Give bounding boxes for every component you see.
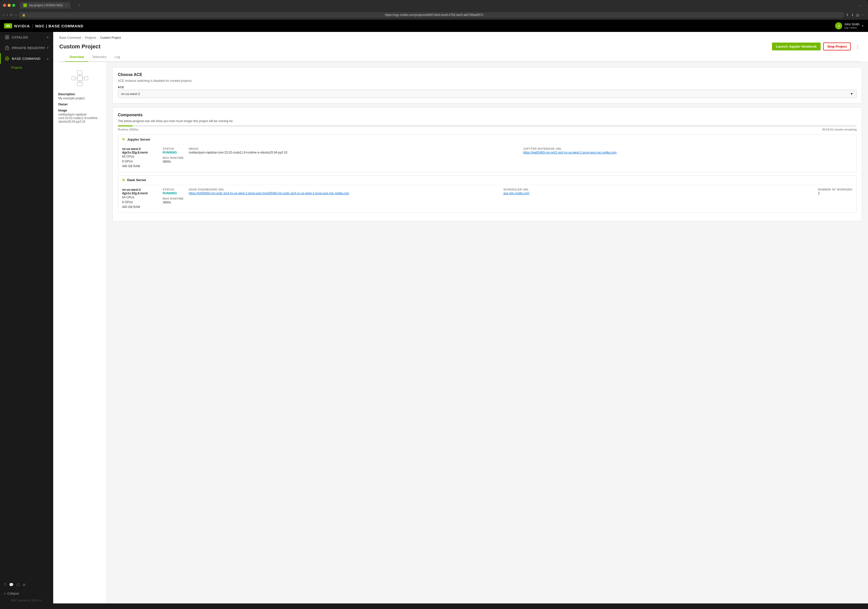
tabs-row: Overview Telemetry Log [59, 53, 862, 62]
catalog-label: CATALOG [12, 36, 28, 39]
svg-rect-3 [7, 36, 9, 37]
tab-favicon [23, 3, 27, 7]
traffic-light-yellow[interactable] [8, 4, 11, 7]
base-command-label: BASE COMMAND [12, 57, 40, 60]
description-value: My example project [58, 96, 101, 100]
jupyter-instance: dgx1v.32g.8.norm [122, 151, 158, 154]
help-icon[interactable]: ? [4, 583, 6, 587]
components-description: The below progress bar will show you how… [118, 119, 857, 123]
catalog-chevron: ▼ [46, 36, 49, 39]
collapse-chevrons: « [4, 592, 6, 595]
dask-status-col: Status RUNNING Max Runtime 3600s [158, 188, 184, 210]
breadcrumb-current: Custom Project [100, 36, 121, 40]
jupyter-ram: 400 GB RAM [122, 164, 158, 169]
registry-icon [5, 46, 9, 50]
choose-ace-section: Choose ACE ACE instance switching is dis… [113, 67, 862, 103]
components-section: Components The below progress bar will s… [113, 107, 862, 221]
tab-telemetry[interactable]: Telemetry [88, 53, 110, 62]
collapse-label: Collapse [7, 592, 19, 595]
tab-title: my-project | NVIDIA NGC [29, 3, 63, 7]
image-value: nvidian/pym-rapidsai-core:23.02-cuda11.8… [58, 113, 101, 123]
svg-rect-22 [84, 76, 88, 80]
svg-rect-15 [77, 76, 82, 81]
jupyter-image-label: Image [189, 147, 518, 150]
breadcrumb-base-command[interactable]: Base Command [59, 36, 81, 40]
progress-bar-fill [118, 126, 132, 126]
svg-rect-20 [72, 76, 75, 80]
jupyter-server-card: ↻ Jupyter Server nv-us-west-2 dgx1v.32g.… [118, 135, 857, 172]
sidebar-toggle-icon[interactable]: ▤ [856, 13, 859, 17]
sidebar-item-catalog[interactable]: CATALOG ▼ [0, 32, 53, 43]
dask-instance: dgx1v.32g.8.norm [122, 192, 158, 195]
breadcrumb: Base Command › Projects › Custom Project [59, 36, 862, 40]
settings-icon[interactable]: ⊘ [23, 583, 26, 587]
dask-scheduler-url[interactable]: ace.ngc.nvidia.com [504, 192, 813, 195]
more-options-button[interactable]: ⋮ [853, 43, 862, 50]
dask-server-title: Dask Server [127, 178, 146, 182]
base-command-chevron: ▲ [46, 57, 49, 60]
user-org: org / team [844, 26, 859, 29]
navbar-product-title: NGC | BASE COMMAND [36, 24, 84, 28]
dask-specs: nv-us-west-2 dgx1v.32g.8.norm 64 CPUs 8 … [122, 188, 158, 210]
jupyter-gpus: 8 GPUs [122, 159, 158, 164]
jupyter-location: nv-us-west-2 [122, 147, 158, 151]
nav-reload-button[interactable]: ↻ [10, 13, 13, 17]
tab-log[interactable]: Log [110, 53, 124, 62]
traffic-light-red[interactable] [3, 4, 6, 7]
content-header: Base Command › Projects › Custom Project… [53, 32, 868, 62]
navbar-divider: | [32, 23, 33, 29]
svg-rect-4 [5, 37, 7, 39]
svg-rect-18 [77, 82, 82, 86]
jupyter-image-col: Image nvidian/pym-rapidsai-core:23.02-cu… [184, 147, 518, 169]
nvidia-logo: NVIDIA [4, 23, 30, 28]
nav-home-button[interactable]: ⌂ [15, 13, 17, 17]
svg-rect-2 [5, 36, 7, 37]
user-menu[interactable]: J John Smith org / team ▼ [835, 22, 864, 29]
tab-overview[interactable]: Overview [65, 53, 88, 62]
dask-maxruntime-value: 3600s [163, 201, 184, 204]
address-bar[interactable]: 🔒 https://ngc.nvidia.com/projects/8d97c8… [19, 12, 844, 18]
content-panels: Description My example project Owner Ima… [53, 62, 868, 603]
owner-label: Owner [58, 102, 101, 106]
dask-server-icon: ↻ [122, 178, 125, 182]
ace-select[interactable]: nv-us-west-2 ▼ [118, 90, 857, 98]
chat-icon[interactable]: 💬 [9, 583, 14, 587]
tab-close-button[interactable]: × [65, 4, 67, 7]
sidebar-collapse-button[interactable]: « Collapse [0, 590, 53, 597]
nav-forward-button[interactable]: › [6, 13, 8, 17]
choose-ace-title: Choose ACE [118, 73, 857, 77]
user-name: John Smith [844, 23, 859, 26]
components-title: Components [118, 113, 857, 117]
breadcrumb-projects[interactable]: Projects [85, 36, 96, 40]
browser-tab[interactable]: my-project | NVIDIA NGC × [20, 2, 70, 9]
jupyter-server-icon: ↻ [122, 137, 125, 141]
stop-project-button[interactable]: Stop Project [823, 43, 851, 50]
plugin-icon[interactable]: ⬡ [17, 583, 20, 587]
dask-scheduler-label: Scheduler URL [504, 188, 813, 191]
dask-scheduler-col: Scheduler URL ace.ngc.nvidia.com [498, 188, 813, 210]
nav-back-button[interactable]: ‹ [3, 13, 4, 17]
nvidia-wordmark: NVIDIA [14, 24, 30, 28]
base-command-icon [5, 56, 9, 61]
sidebar-sub-item-projects[interactable]: Projects [0, 64, 53, 71]
download-icon[interactable]: ⬇ [851, 13, 854, 17]
dask-server-card: ↻ Dask Server nv-us-west-2 dgx1v.32g.8.n… [118, 175, 857, 213]
jupyter-specs: nv-us-west-2 dgx1v.32g.8.norm 64 CPUs 8 … [122, 147, 158, 169]
share-icon[interactable]: ⬆ [846, 13, 849, 17]
dask-status-label: Status [163, 188, 184, 191]
dask-dashboard-url[interactable]: https://lyh05493-mn-prd1-sjc4.nv-us-west… [189, 192, 498, 195]
new-tab-button[interactable]: + [75, 2, 84, 9]
jupyter-url-value[interactable]: https://jea05493-mn-prd1-sjc4.nv-us-west… [523, 151, 852, 154]
description-label: Description [58, 93, 101, 96]
jupyter-status-col: Status RUNNING Max Runtime 3600s [158, 147, 184, 169]
extensions-icon[interactable]: ⋯ [862, 13, 865, 17]
choose-ace-description: ACE instance switching is disabled for c… [118, 79, 857, 82]
sidebar-item-private-registry[interactable]: PRIVATE REGISTRY ▼ [0, 43, 53, 53]
overview-content: Choose ACE ACE instance switching is dis… [106, 62, 868, 603]
sidebar-item-base-command[interactable]: BASE COMMAND ▲ [0, 53, 53, 64]
traffic-light-green[interactable] [12, 4, 15, 7]
jupyter-maxruntime-value: 3600s [163, 160, 184, 163]
launch-jupyter-button[interactable]: Launch Jupyter Notebook [772, 43, 821, 50]
jupyter-server-title: Jupyter Server [127, 138, 150, 141]
top-navbar: NVIDIA | NGC | BASE COMMAND J John Smith… [0, 20, 868, 32]
